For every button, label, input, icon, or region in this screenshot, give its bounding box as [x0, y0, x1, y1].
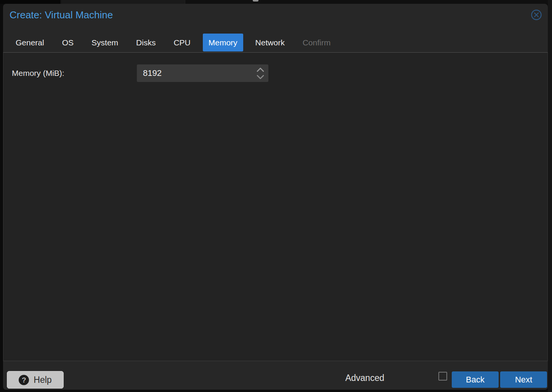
- background-panel-segment: [0, 0, 61, 4]
- tab-network[interactable]: Network: [250, 34, 290, 51]
- tab-memory[interactable]: Memory: [203, 34, 243, 51]
- spinner-up-button[interactable]: [255, 67, 265, 72]
- tab-system[interactable]: System: [86, 34, 124, 51]
- splitter-grip-icon: [253, 0, 258, 2]
- next-button[interactable]: Next: [500, 371, 547, 388]
- help-button-label: Help: [34, 375, 51, 385]
- memory-input[interactable]: [137, 64, 268, 82]
- memory-spinner: [255, 67, 265, 80]
- tab-disks[interactable]: Disks: [130, 34, 161, 51]
- background-page-edge: 8 3 0 5 8: [548, 0, 552, 392]
- spinner-down-button[interactable]: [255, 74, 265, 80]
- tab-confirm: Confirm: [297, 34, 337, 51]
- tab-general[interactable]: General: [10, 34, 50, 51]
- advanced-checkbox[interactable]: [438, 372, 447, 381]
- create-vm-dialog: Create: Virtual Machine General OS Syste…: [3, 4, 548, 390]
- back-button[interactable]: Back: [452, 371, 499, 388]
- help-button[interactable]: ? Help: [7, 371, 64, 389]
- advanced-checkbox-label: Advanced: [345, 373, 384, 383]
- wizard-tabbar: General OS System Disks CPU Memory Netwo…: [10, 34, 343, 51]
- tab-cpu[interactable]: CPU: [168, 34, 196, 51]
- question-mark-icon: ?: [19, 375, 29, 385]
- tab-os[interactable]: OS: [56, 34, 79, 51]
- memory-form-row: Memory (MiB):: [12, 64, 271, 82]
- memory-tab-panel: Memory (MiB):: [3, 52, 548, 361]
- background-page-strip: [0, 0, 552, 4]
- close-icon[interactable]: [531, 9, 542, 21]
- dialog-footer: ? Help Advanced Back Next: [3, 361, 548, 390]
- dialog-title: Create: Virtual Machine: [10, 9, 113, 21]
- memory-field-label: Memory (MiB):: [12, 64, 64, 82]
- memory-field: [137, 64, 268, 82]
- background-panel-segment: [61, 0, 185, 4]
